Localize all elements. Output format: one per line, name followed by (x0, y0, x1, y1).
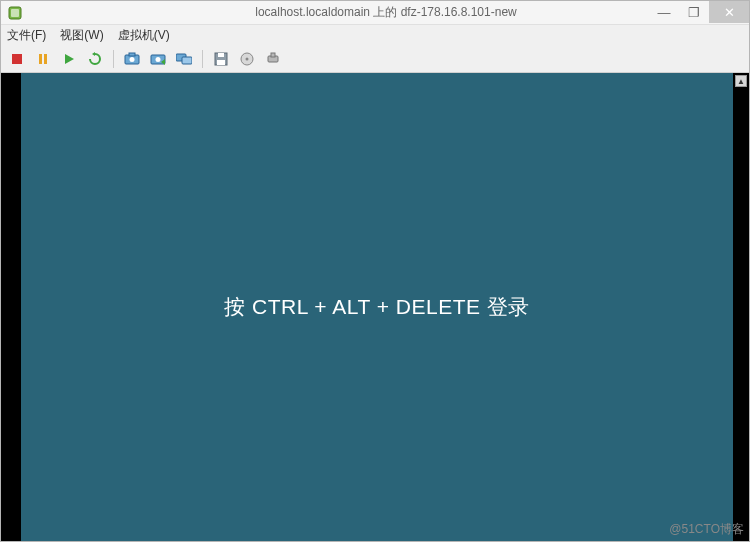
titlebar: localhost.localdomain 上的 dfz-178.16.8.10… (1, 1, 749, 25)
menu-view[interactable]: 视图(W) (58, 26, 105, 45)
minimize-button[interactable]: — (649, 1, 679, 23)
console-left-padding (1, 73, 21, 541)
menubar: 文件(F) 视图(W) 虚拟机(V) (1, 25, 749, 45)
svg-rect-16 (218, 53, 224, 57)
window-controls: — ❐ ✕ (649, 1, 749, 23)
play-button[interactable] (59, 49, 79, 69)
svg-point-19 (246, 57, 249, 60)
scroll-up-icon[interactable]: ▲ (735, 75, 747, 87)
pause-button[interactable] (33, 49, 53, 69)
svg-rect-17 (217, 60, 225, 65)
menu-vm[interactable]: 虚拟机(V) (116, 26, 172, 45)
svg-point-11 (156, 57, 161, 62)
svg-rect-21 (271, 53, 275, 57)
svg-rect-14 (182, 57, 192, 64)
snapshot-revert-button[interactable] (148, 49, 168, 69)
svg-marker-5 (65, 54, 74, 64)
svg-marker-6 (92, 52, 95, 56)
snapshot-take-button[interactable] (122, 49, 142, 69)
svg-rect-1 (11, 9, 19, 17)
login-prompt: 按 CTRL + ALT + DELETE 登录 (224, 293, 530, 321)
menu-file[interactable]: 文件(F) (5, 26, 48, 45)
restart-button[interactable] (85, 49, 105, 69)
close-button[interactable]: ✕ (709, 1, 749, 23)
stop-button[interactable] (7, 49, 27, 69)
console-scrollbar: ▲ (733, 73, 749, 541)
watermark: @51CTO博客 (669, 521, 744, 538)
maximize-button[interactable]: ❐ (679, 1, 709, 23)
svg-rect-4 (44, 54, 47, 64)
svg-point-8 (130, 57, 135, 62)
network-button[interactable] (263, 49, 283, 69)
toolbar-separator (113, 50, 114, 68)
snapshot-manage-button[interactable] (174, 49, 194, 69)
svg-rect-2 (12, 54, 22, 64)
vmware-console-window: localhost.localdomain 上的 dfz-178.16.8.10… (0, 0, 750, 542)
svg-rect-9 (129, 53, 135, 56)
toolbar-separator (202, 50, 203, 68)
app-icon (7, 5, 23, 21)
floppy-button[interactable] (211, 49, 231, 69)
vm-screen[interactable]: 按 CTRL + ALT + DELETE 登录 (21, 73, 733, 541)
console-area: 按 CTRL + ALT + DELETE 登录 ▲ (1, 73, 749, 541)
cdrom-button[interactable] (237, 49, 257, 69)
svg-rect-3 (39, 54, 42, 64)
window-title: localhost.localdomain 上的 dfz-178.16.8.10… (23, 4, 749, 21)
toolbar (1, 45, 749, 73)
